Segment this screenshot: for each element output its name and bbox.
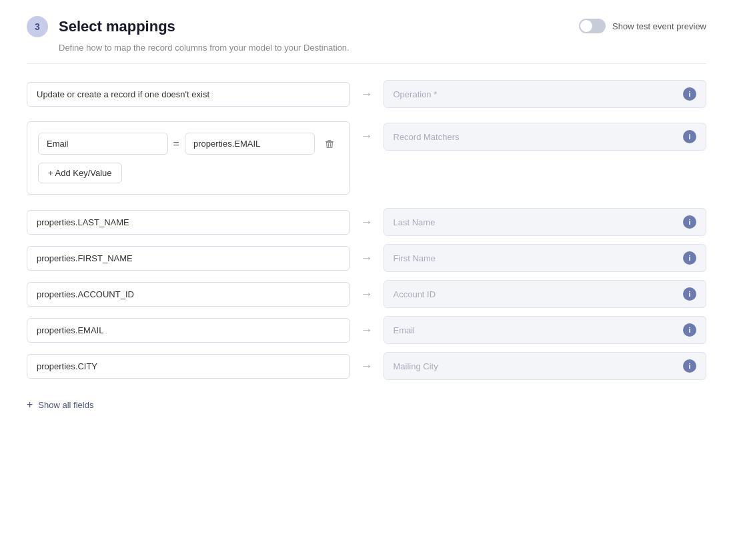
city-right: Mailing City i — [384, 352, 707, 380]
firstname-info-icon[interactable]: i — [683, 251, 696, 265]
lastname-right: Last Name i — [384, 208, 707, 236]
delete-kv-button[interactable] — [320, 135, 339, 153]
firstname-destination: First Name i — [384, 244, 707, 272]
arrow-icon-email: → — [361, 323, 373, 337]
record-matchers-placeholder: Record Matchers — [394, 132, 460, 142]
arrow-icon-operation: → — [361, 87, 373, 101]
preview-toggle-label: Show test event preview — [612, 21, 706, 31]
accountid-destination: Account ID i — [384, 280, 707, 308]
accountid-source-input[interactable] — [27, 282, 350, 307]
mappings-container: → Operation * i = — [27, 80, 706, 411]
field-mapping-row-city: → Mailing City i — [27, 352, 706, 380]
equals-sign: = — [173, 138, 179, 150]
show-all-row[interactable]: + Show all fields — [27, 399, 706, 411]
lastname-placeholder: Last Name — [394, 217, 436, 227]
subtitle: Define how to map the record columns fro… — [59, 43, 706, 53]
email-left — [27, 318, 350, 343]
city-destination: Mailing City i — [384, 352, 707, 380]
step-badge: 3 — [27, 16, 48, 37]
record-matchers-info-icon[interactable]: i — [683, 130, 696, 143]
header-right: Show test event preview — [579, 19, 706, 33]
key-input[interactable] — [38, 133, 168, 155]
record-matchers-left: = + Add Key/Value — [27, 121, 350, 195]
city-source-input[interactable] — [27, 354, 350, 379]
email-info-icon[interactable]: i — [683, 323, 696, 337]
arrow-icon-firstname: → — [361, 251, 373, 265]
lastname-destination: Last Name i — [384, 208, 707, 236]
field-mapping-row-email: → Email i — [27, 316, 706, 344]
field-mapping-row-lastname: → Last Name i — [27, 208, 706, 236]
firstname-left — [27, 246, 350, 271]
lastname-left — [27, 210, 350, 235]
accountid-placeholder: Account ID — [394, 289, 436, 299]
accountid-left — [27, 282, 350, 307]
email-source-input[interactable] — [27, 318, 350, 343]
firstname-placeholder: First Name — [394, 253, 436, 263]
operation-left — [27, 82, 350, 107]
operation-mapping-row: → Operation * i — [27, 80, 706, 108]
email-destination: Email i — [384, 316, 707, 344]
divider — [27, 63, 706, 64]
record-matchers-destination: Record Matchers i — [384, 123, 707, 151]
field-mapping-row-accountid: → Account ID i — [27, 280, 706, 308]
city-left — [27, 354, 350, 379]
operation-placeholder: Operation * — [394, 89, 438, 99]
field-mapping-row-firstname: → First Name i — [27, 244, 706, 272]
arrow-icon-lastname: → — [361, 215, 373, 229]
arrow-icon-matchers: → — [361, 129, 373, 143]
operation-right: Operation * i — [384, 80, 707, 108]
page-title: Select mappings — [59, 18, 175, 35]
accountid-right: Account ID i — [384, 280, 707, 308]
show-all-plus-icon: + — [27, 399, 33, 411]
operation-info-icon[interactable]: i — [683, 87, 696, 101]
city-placeholder: Mailing City — [394, 361, 438, 371]
field-mappings-list: → Last Name i → First Name i — [27, 208, 706, 380]
operation-destination: Operation * i — [384, 80, 707, 108]
lastname-info-icon[interactable]: i — [683, 215, 696, 229]
show-all-label: Show all fields — [38, 400, 93, 410]
email-right: Email i — [384, 316, 707, 344]
svg-rect-1 — [327, 140, 331, 141]
arrow-icon-city: → — [361, 359, 373, 373]
page-container: 3 Select mappings Show test event previe… — [0, 0, 733, 427]
value-input[interactable] — [185, 133, 315, 155]
record-matchers-mapping-row: = + Add Key/Value — [27, 121, 706, 195]
preview-toggle[interactable] — [579, 19, 606, 33]
accountid-info-icon[interactable]: i — [683, 287, 696, 301]
key-value-row: = — [38, 133, 339, 155]
operation-input[interactable] — [27, 82, 350, 107]
email-placeholder: Email — [394, 325, 416, 335]
title-section: 3 Select mappings — [27, 16, 175, 37]
firstname-right: First Name i — [384, 244, 707, 272]
record-matchers-card: = + Add Key/Value — [27, 121, 350, 195]
city-info-icon[interactable]: i — [683, 359, 696, 373]
firstname-source-input[interactable] — [27, 246, 350, 271]
lastname-source-input[interactable] — [27, 210, 350, 235]
record-matchers-right: Record Matchers i — [384, 123, 707, 151]
header-row: 3 Select mappings Show test event previe… — [27, 16, 706, 37]
add-key-value-button[interactable]: + Add Key/Value — [38, 163, 122, 183]
arrow-icon-accountid: → — [361, 287, 373, 301]
